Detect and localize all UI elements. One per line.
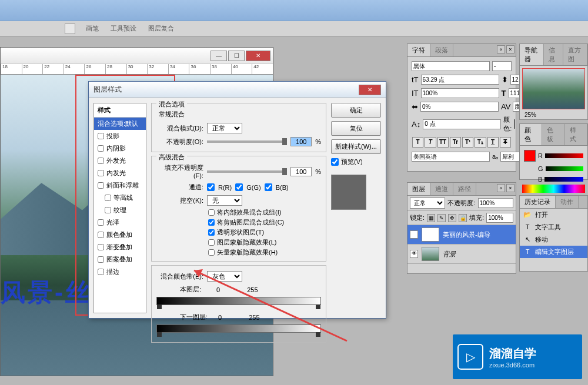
tab-paragraph[interactable]: 段落 [430, 44, 453, 56]
history-move[interactable]: ↖移动 [520, 233, 587, 246]
close-icon[interactable]: × [506, 45, 514, 53]
tab-history[interactable]: 历史记录 [520, 196, 556, 208]
tool-preset-icon[interactable] [65, 24, 75, 34]
opt-tab-brush[interactable]: 画笔 [81, 22, 103, 35]
layer-opacity[interactable] [478, 198, 513, 208]
lock-pixels-icon[interactable]: ✎ [437, 214, 446, 222]
maximize-button[interactable]: ☐ [228, 51, 245, 61]
ok-button[interactable]: 确定 [331, 103, 381, 118]
smallcaps-button[interactable]: Tr [450, 137, 461, 148]
style-color-overlay[interactable]: 颜色叠加 [94, 229, 146, 241]
g-slider[interactable] [546, 166, 583, 171]
dialog-titlebar[interactable]: 图层样式 ✕ [89, 82, 386, 98]
font-family-select[interactable] [412, 61, 490, 71]
strike-button[interactable]: Ŧ [500, 137, 511, 148]
lock-position-icon[interactable]: ✥ [448, 214, 456, 222]
tab-info[interactable]: 信息 [544, 44, 563, 65]
fill-opacity-slider[interactable] [207, 170, 287, 173]
r-slider[interactable] [545, 153, 583, 158]
language-select[interactable] [412, 152, 490, 162]
blend-mode-select[interactable]: 正常 [207, 123, 242, 133]
collapse-icon[interactable]: « [497, 184, 505, 192]
collapse-icon[interactable]: « [497, 45, 505, 53]
opt-tab-presets[interactable]: 工具预设 [106, 22, 141, 35]
vector-mask-hides-check[interactable] [208, 249, 215, 256]
underline-button[interactable]: T [487, 137, 499, 148]
knockout-select[interactable]: 无 [207, 195, 242, 206]
visibility-icon[interactable]: 👁 [410, 230, 418, 239]
style-outer-glow[interactable]: 外发光 [94, 155, 146, 167]
blend-clipped-check[interactable] [208, 219, 215, 226]
zoom-value[interactable]: 25% [522, 109, 585, 120]
layer-fill[interactable] [486, 213, 513, 223]
new-style-button[interactable]: 新建样式(W)... [331, 139, 381, 154]
tab-character[interactable]: 字符 [407, 44, 430, 56]
font-style-select[interactable] [492, 61, 512, 71]
navigator-thumbnail[interactable] [522, 68, 585, 109]
style-stroke[interactable]: 描边 [94, 266, 146, 278]
preview-check[interactable] [331, 158, 339, 166]
bold-button[interactable]: T [412, 137, 423, 148]
transparency-shapes-check[interactable] [208, 229, 215, 236]
style-contour[interactable]: 等高线 [94, 192, 146, 204]
layer-blend-mode[interactable]: 正常 [410, 197, 445, 209]
style-inner-shadow[interactable]: 内阴影 [94, 142, 146, 155]
text-color-swatch[interactable] [514, 119, 515, 129]
tab-channels[interactable]: 通道 [430, 183, 453, 195]
tab-navigator[interactable]: 导航器 [520, 44, 544, 65]
cancel-button[interactable]: 复位 [331, 121, 381, 136]
style-drop-shadow[interactable]: 投影 [94, 130, 146, 142]
italic-button[interactable]: T [425, 137, 436, 148]
allcaps-button[interactable]: TT [437, 137, 449, 148]
opacity-input[interactable] [290, 137, 312, 146]
lock-transparency-icon[interactable]: ▦ [427, 214, 435, 222]
tab-actions[interactable]: 动作 [556, 196, 579, 208]
opt-tab-comps[interactable]: 图层复合 [143, 22, 179, 35]
style-inner-glow[interactable]: 内发光 [94, 167, 146, 179]
style-blending-options[interactable]: 混合选项:默认 [94, 118, 146, 130]
underlying-gradient[interactable] [156, 324, 321, 333]
style-gradient-overlay[interactable]: 渐变叠加 [94, 241, 146, 253]
blend-interior-check[interactable] [208, 209, 215, 216]
minimize-button[interactable]: — [211, 51, 227, 61]
lock-all-icon[interactable]: 🔒 [459, 214, 467, 222]
dialog-close-button[interactable]: ✕ [359, 85, 381, 95]
history-edit-text[interactable]: T编辑文字图层 [520, 246, 587, 258]
tab-paths[interactable]: 路径 [453, 183, 476, 195]
close-button[interactable]: ✕ [246, 51, 270, 61]
vscale-input[interactable] [421, 88, 499, 98]
layer-mask-hides-check[interactable] [208, 239, 215, 246]
b-slider[interactable] [544, 177, 583, 182]
visibility-icon[interactable]: 👁 [410, 250, 418, 258]
channel-g-check[interactable] [235, 183, 243, 191]
style-texture[interactable]: 纹理 [94, 204, 146, 216]
style-satin[interactable]: 光泽 [94, 216, 146, 229]
close-icon[interactable]: × [506, 184, 514, 192]
layer-text[interactable]: 👁 T 美丽的风景-编导 [407, 225, 516, 245]
tab-styles[interactable]: 样式 [565, 124, 587, 145]
blend-if-select[interactable]: 灰色 [207, 271, 242, 282]
blend-if-label: 混合颜色带(E): [156, 272, 203, 281]
color-spectrum[interactable] [522, 185, 585, 193]
watermark-title: 溜溜自学 [489, 346, 536, 361]
tab-layers[interactable]: 图层 [407, 183, 430, 195]
superscript-button[interactable]: T¹ [462, 137, 473, 148]
history-text-tool[interactable]: T文字工具 [520, 221, 587, 233]
baseline-input[interactable] [423, 119, 501, 129]
tab-swatches[interactable]: 色板 [542, 124, 564, 145]
channel-r-check[interactable] [207, 183, 215, 191]
font-size-input[interactable] [421, 75, 499, 85]
fill-opacity-input[interactable] [290, 167, 312, 176]
opacity-slider[interactable] [207, 140, 287, 143]
channel-b-check[interactable] [265, 183, 272, 191]
tab-color[interactable]: 颜色 [520, 124, 542, 145]
tab-histogram[interactable]: 直方图 [563, 44, 587, 65]
tracking-input[interactable] [420, 102, 499, 112]
foreground-swatch[interactable] [524, 150, 536, 162]
layer-background[interactable]: 👁 背景 [407, 245, 516, 264]
this-layer-gradient[interactable] [156, 297, 321, 305]
history-open[interactable]: 📂打开 [520, 209, 587, 221]
style-bevel[interactable]: 斜面和浮雕 [94, 179, 146, 192]
style-pattern-overlay[interactable]: 图案叠加 [94, 253, 146, 266]
subscript-button[interactable]: T₁ [475, 137, 486, 148]
